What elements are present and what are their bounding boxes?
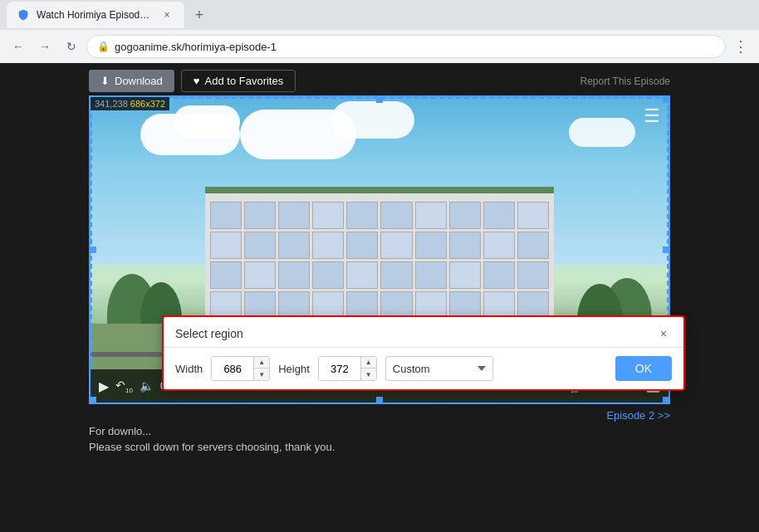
menu-button[interactable]: ⋮ — [729, 35, 752, 58]
width-label: Width — [175, 363, 203, 375]
width-input-group: ▲ ▼ — [211, 356, 270, 381]
playlist-button[interactable]: ☰ — [644, 105, 660, 127]
height-input[interactable] — [319, 357, 360, 380]
width-up-button[interactable]: ▲ — [254, 357, 269, 368]
height-spinner: ▲ ▼ — [360, 357, 376, 380]
ok-button[interactable]: OK — [615, 356, 672, 381]
preset-dropdown[interactable]: Custom 1920x1080 1280x720 854x480 640x36… — [385, 356, 493, 381]
size-tooltip: 341,238 686x372 — [91, 97, 169, 110]
dialog-header: Select region × — [164, 317, 683, 348]
handle-left-mid[interactable] — [90, 246, 96, 253]
tab-favicon — [17, 8, 30, 22]
lock-icon: 🔒 — [97, 41, 110, 52]
handle-top-right[interactable] — [663, 96, 669, 103]
volume-button[interactable]: 🔈 — [140, 379, 154, 393]
select-region-dialog: Select region × Width ▲ ▼ Height ▲ ▼ — [162, 315, 685, 391]
page-content: ⬇ Download ♥ Add to Favorites Report Thi… — [0, 63, 759, 532]
nav-bar: ← → ↻ 🔒 gogoanime.sk/horimiya-episode-1 … — [0, 30, 759, 63]
please-scroll-text: Please scroll down for servers choosing,… — [89, 441, 670, 453]
tab-bar: Watch Horimiya Episode 1 Engli... × + — [0, 0, 759, 30]
height-input-group: ▲ ▼ — [318, 356, 377, 381]
refresh-button[interactable]: ↻ — [60, 35, 83, 58]
for-download-text: For downlo... — [89, 425, 670, 437]
dims-text: 686x372 — [130, 99, 165, 109]
width-down-button[interactable]: ▼ — [254, 368, 269, 380]
tab-close-button[interactable]: × — [159, 7, 174, 22]
handle-top-mid[interactable] — [376, 96, 383, 103]
active-tab[interactable]: Watch Horimiya Episode 1 Engli... × — [7, 2, 184, 28]
back-button[interactable]: ← — [7, 35, 30, 58]
episode-nav[interactable]: Episode 2 >> — [89, 409, 670, 422]
toolbar-left: ⬇ Download ♥ Add to Favorites — [89, 70, 296, 92]
favorites-button[interactable]: ♥ Add to Favorites — [181, 70, 296, 92]
handle-bottom-mid[interactable] — [376, 397, 383, 403]
forward-button[interactable]: → — [33, 35, 56, 58]
new-tab-button[interactable]: + — [188, 3, 211, 27]
coord-text: 341,238 — [95, 99, 128, 109]
handle-bottom-right[interactable] — [663, 397, 669, 403]
width-input[interactable] — [212, 357, 253, 380]
address-bar[interactable]: 🔒 gogoanime.sk/horimiya-episode-1 — [86, 35, 726, 58]
below-video: Episode 2 >> For downlo... Please scroll… — [89, 404, 670, 458]
url-text: gogoanime.sk/horimiya-episode-1 — [115, 41, 277, 53]
dialog-title: Select region — [175, 327, 243, 340]
download-icon: ⬇ — [100, 75, 110, 87]
tab-title: Watch Horimiya Episode 1 Engli... — [37, 9, 153, 21]
play-button[interactable]: ▶ — [99, 378, 109, 394]
dialog-body: Width ▲ ▼ Height ▲ ▼ Custom 1920x1080 12… — [164, 348, 683, 389]
height-down-button[interactable]: ▼ — [361, 368, 376, 380]
browser-chrome: Watch Horimiya Episode 1 Engli... × + ← … — [0, 0, 759, 63]
skip-back-button[interactable]: ↶10 — [115, 378, 133, 394]
handle-right-mid[interactable] — [663, 246, 669, 253]
heart-icon: ♥ — [193, 75, 200, 87]
video-toolbar: ⬇ Download ♥ Add to Favorites Report Thi… — [89, 63, 670, 95]
height-label: Height — [278, 363, 310, 375]
download-button[interactable]: ⬇ Download — [89, 70, 174, 92]
report-link[interactable]: Report This Episode — [580, 76, 670, 87]
handle-bottom-left[interactable] — [90, 397, 96, 403]
height-up-button[interactable]: ▲ — [361, 357, 376, 368]
width-spinner: ▲ ▼ — [253, 357, 269, 380]
dialog-close-button[interactable]: × — [655, 325, 672, 342]
